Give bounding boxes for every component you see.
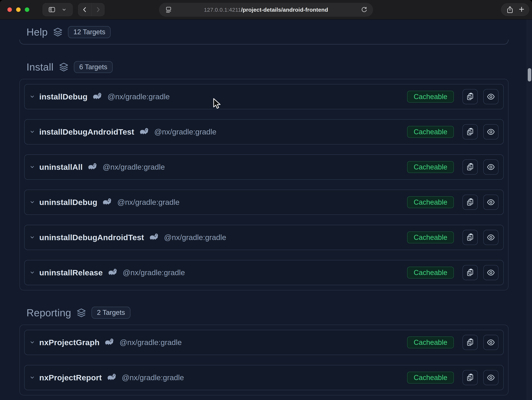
page-settings-icon[interactable] <box>165 6 172 13</box>
eye-icon <box>487 198 495 206</box>
gradle-elephant-icon <box>87 163 98 171</box>
view-details-button[interactable] <box>483 195 499 210</box>
group-title: Install <box>26 61 54 73</box>
browser-window: 127.0.0.1:4211/project-details/android-f… <box>0 0 532 400</box>
view-details-button[interactable] <box>483 159 499 175</box>
copy-button[interactable] <box>462 159 478 175</box>
url-path: /project-details/android-frontend <box>241 7 328 13</box>
target-row[interactable]: uninstallDebug <box>24 190 504 215</box>
copy-button[interactable] <box>462 124 478 139</box>
view-details-button[interactable] <box>483 89 499 104</box>
layers-icon <box>53 27 63 37</box>
target-count-badge: 12 Targets <box>68 26 111 38</box>
view-details-button[interactable] <box>483 335 499 350</box>
copy-button[interactable] <box>462 230 478 245</box>
target-count-badge: 6 Targets <box>74 61 113 73</box>
gradle-elephant-icon <box>92 92 103 101</box>
target-name: installDebugAndroidTest <box>39 127 134 137</box>
gradle-elephant-icon <box>106 373 117 382</box>
reload-button[interactable] <box>361 6 368 13</box>
target-name: uninstallAll <box>39 162 83 172</box>
forward-button[interactable] <box>91 3 104 16</box>
eye-icon <box>487 163 495 171</box>
copy-button[interactable] <box>462 265 478 280</box>
target-name: uninstallDebugAndroidTest <box>39 233 144 242</box>
sidebar-icon <box>48 6 56 13</box>
eye-icon <box>487 268 495 277</box>
project-details-page: Help 12 Targets Install 6 Targets <box>0 19 532 400</box>
cacheable-badge: Cacheable <box>407 337 454 348</box>
chevron-down-icon <box>29 375 35 381</box>
view-details-button[interactable] <box>483 230 499 245</box>
reload-icon <box>361 6 368 13</box>
cacheable-badge: Cacheable <box>407 91 454 103</box>
eye-icon <box>487 233 495 242</box>
cacheable-badge: Cacheable <box>407 231 454 243</box>
target-name: uninstallRelease <box>39 268 103 277</box>
group-heading-install: Install 6 Targets <box>26 61 508 73</box>
view-details-button[interactable] <box>483 370 499 385</box>
group-heading-help: Help 12 Targets <box>26 26 508 38</box>
target-row[interactable]: installDebug @n <box>24 84 504 109</box>
group-title: Help <box>26 26 48 38</box>
eye-icon <box>487 92 495 101</box>
target-executor: @nx/gradle:gradle <box>164 233 226 242</box>
target-row[interactable]: uninstallRelease <box>24 260 504 285</box>
target-name: installDebug <box>39 92 88 101</box>
tab-overview-chevron-button[interactable] <box>61 6 67 13</box>
copy-icon <box>466 233 474 242</box>
browser-toolbar: 127.0.0.1:4211/project-details/android-f… <box>0 0 532 19</box>
scrollbar-track[interactable] <box>527 19 532 400</box>
gradle-elephant-icon <box>102 198 113 206</box>
target-row[interactable]: uninstallAll @n <box>24 154 504 180</box>
back-button[interactable] <box>78 3 91 16</box>
target-row[interactable]: uninstallDebugAndroidTest <box>24 225 504 250</box>
sidebar-toggle-button[interactable] <box>48 6 56 13</box>
target-name: uninstallDebug <box>39 198 97 207</box>
new-tab-button[interactable]: + <box>519 4 524 14</box>
group-title: Reporting <box>26 307 71 319</box>
eye-icon <box>487 128 495 136</box>
chevron-down-icon <box>61 6 67 13</box>
target-row[interactable]: installDebugAndroidTest <box>24 119 504 144</box>
copy-icon <box>466 163 474 171</box>
chevron-down-icon <box>29 270 35 275</box>
copy-icon <box>466 92 474 101</box>
share-icon <box>506 6 514 14</box>
copy-button[interactable] <box>462 89 478 104</box>
copy-button[interactable] <box>462 370 478 385</box>
layers-icon <box>58 62 69 72</box>
view-details-button[interactable] <box>483 265 499 280</box>
forward-icon <box>95 6 101 13</box>
copy-button[interactable] <box>462 195 478 210</box>
layers-icon <box>76 308 87 318</box>
share-button[interactable] <box>506 6 514 14</box>
target-executor: @nx/gradle:gradle <box>122 373 184 382</box>
chevron-down-icon <box>29 199 35 205</box>
copy-icon <box>466 373 474 382</box>
close-window-button[interactable] <box>7 7 12 12</box>
help-group-bottom-edge <box>19 40 508 44</box>
target-row[interactable]: nxProjectGraph <box>24 330 504 355</box>
view-details-button[interactable] <box>483 124 499 139</box>
address-bar[interactable]: 127.0.0.1:4211/project-details/android-f… <box>159 3 373 17</box>
copy-button[interactable] <box>462 335 478 350</box>
chevron-down-icon <box>29 129 35 135</box>
target-executor: @nx/gradle:gradle <box>154 128 216 136</box>
copy-icon <box>466 338 474 347</box>
toolbar-right-group: + <box>501 3 529 16</box>
target-executor: @nx/gradle:gradle <box>117 198 179 207</box>
target-row[interactable]: nxProjectReport <box>24 365 504 390</box>
target-name: nxProjectReport <box>39 373 102 382</box>
copy-icon <box>466 128 474 136</box>
group-heading-reporting: Reporting 2 Targets <box>26 307 508 319</box>
install-targets-list: installDebug @n <box>19 79 508 290</box>
target-executor: @nx/gradle:gradle <box>123 268 185 277</box>
minimize-window-button[interactable] <box>16 7 20 12</box>
target-group-help: Help 12 Targets <box>19 26 508 44</box>
zoom-window-button[interactable] <box>25 7 29 12</box>
sidebar-toggle-group <box>43 3 73 16</box>
cacheable-badge: Cacheable <box>407 372 454 383</box>
scrollbar-thumb[interactable] <box>528 68 531 81</box>
cacheable-badge: Cacheable <box>407 161 454 173</box>
